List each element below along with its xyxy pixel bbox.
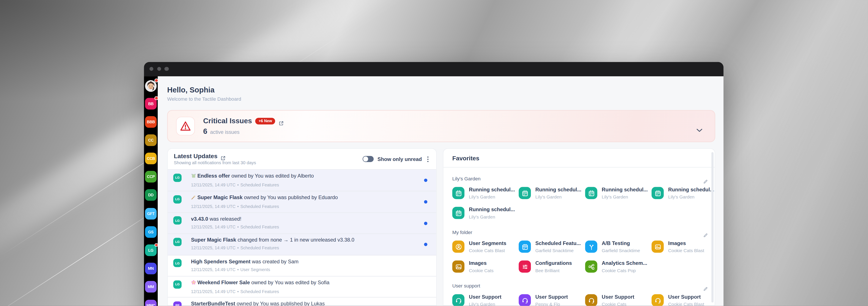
notification-avatar: PF — [173, 301, 181, 306]
workspace-initials: MM — [148, 285, 154, 289]
favorite-item-sublabel: Penny & Flo — [535, 302, 585, 306]
minimize-window-button[interactable] — [157, 67, 161, 71]
scrollbar-thumb[interactable] — [711, 152, 713, 303]
avatar-notification-dot — [154, 78, 158, 82]
chevron-down-icon[interactable] — [696, 124, 702, 128]
sidebar-workspace-cc[interactable]: CC — [145, 134, 157, 146]
edit-pencil-icon[interactable] — [703, 284, 708, 289]
edit-pencil-icon[interactable] — [703, 176, 708, 181]
window-titlebar[interactable] — [144, 62, 723, 76]
favorite-item[interactable]: Analytics Schem... Cookie Cats Pop — [585, 261, 652, 274]
notification-row[interactable]: LG Weekend Flower Sale owned by You was … — [168, 276, 436, 297]
notification-row[interactable]: LG Endless offer owned by You was edited… — [168, 170, 436, 191]
close-window-button[interactable] — [150, 67, 153, 71]
favorite-item[interactable]: Running schedul... Lily's Garden — [652, 187, 718, 200]
notification-meta: 12/11/2025, 14:49 UTC•Scheduled Features — [191, 204, 417, 209]
favorite-item[interactable]: Images Cookie Cats Blast — [652, 241, 718, 254]
favorite-item[interactable]: Running schedul... Lily's Garden — [585, 187, 652, 200]
favorite-item-label: User Segments — [469, 241, 519, 247]
favorite-item-label: User Support — [535, 294, 585, 300]
sidebar-workspace-gft[interactable]: GFT — [145, 208, 157, 219]
workspace-initials: CC — [148, 138, 154, 142]
external-link-icon[interactable] — [220, 153, 226, 159]
favorite-item[interactable]: Running schedul... Lily's Garden — [519, 187, 585, 200]
favorite-item-label: Running schedul... — [602, 187, 652, 193]
external-link-icon[interactable] — [279, 118, 284, 124]
sidebar-workspace-bb[interactable]: BB — [145, 98, 157, 109]
notification-row[interactable]: PF StarterBundleTest owned by You was pu… — [168, 297, 436, 306]
notification-meta: 12/11/2025, 14:49 UTC•User Segments — [191, 267, 417, 272]
favorites-section: Lily's Garden Running schedul... Lily's … — [452, 176, 708, 220]
favorite-item-sublabel: Cookie Cats Blast — [469, 248, 519, 253]
headset-icon — [585, 294, 597, 306]
favorites-grid: User Support Lily's Garden User Support … — [452, 294, 708, 306]
calendar-icon — [585, 187, 597, 199]
favorite-item[interactable]: Images Cookie Cats — [452, 261, 519, 274]
sidebar-workspace-ccp[interactable]: CCP — [145, 171, 157, 183]
sidebar-workspace-mn[interactable]: MN — [145, 263, 157, 274]
sidebar-workspace-lg[interactable]: LG — [145, 244, 157, 256]
latest-updates-panel: Latest Updates Showing all notifications — [167, 148, 437, 306]
favorite-item[interactable]: Scheduled Featu... Garfield Snacktime — [519, 241, 585, 254]
favorites-section-label: User support — [452, 283, 480, 289]
headset-icon — [452, 294, 464, 306]
workspace-list: BB BBB CC CCB CCP DD GFT GS LG MN MM — [145, 98, 157, 306]
critical-issues-title: Critical Issues — [203, 117, 252, 125]
calendar-icon — [452, 207, 464, 219]
notification-row[interactable]: LG Super Magic Flask changed from none →… — [168, 234, 436, 255]
favorite-item[interactable]: User Support Lily's Garden — [452, 294, 519, 306]
favorite-item[interactable]: Configurations Bee Brilliant — [519, 261, 585, 274]
favorite-item-sublabel: Cookie Cats — [469, 268, 519, 273]
maximize-window-button[interactable] — [164, 67, 168, 71]
edit-pencil-icon[interactable] — [703, 230, 708, 235]
sidebar-workspace-ccb[interactable]: CCB — [145, 152, 157, 164]
headset-icon — [652, 294, 664, 306]
sidebar-workspace-bbb[interactable]: BBB — [145, 116, 157, 128]
page-subtitle: Welcome to the Tactile Dashboard — [167, 96, 715, 102]
favorite-item-label: User Support — [668, 294, 718, 300]
sidebar-workspace-gs[interactable]: GS — [145, 226, 157, 238]
critical-issues-card[interactable]: Critical Issues +6 New 6 activ — [167, 110, 715, 142]
show-only-unread-label: Show only unread — [377, 156, 422, 162]
notification-title: v3.43.0 was released! — [191, 216, 417, 223]
favorite-item[interactable]: User Support Cookie Cats — [585, 294, 652, 306]
show-only-unread-toggle[interactable] — [363, 156, 374, 162]
favorite-item-sublabel: Garfield Snacktime — [535, 248, 585, 253]
toggle-knob — [363, 157, 368, 161]
favorite-item-sublabel: Cookie Cats Blast — [668, 248, 718, 253]
favorite-item-sublabel: Cookie Cats Blast — [668, 302, 718, 306]
workspace-initials: MN — [148, 267, 154, 270]
more-options-icon[interactable] — [426, 155, 430, 163]
dashboard-main: Hello, Sophia Welcome to the Tactile Das… — [158, 76, 723, 306]
favorite-item[interactable]: Running schedul... Lily's Garden — [452, 187, 519, 200]
favorite-item-label: Images — [668, 241, 718, 247]
notification-row[interactable]: LG v3.43.0 was released! 12/11/2025, 14:… — [168, 212, 436, 234]
workspace-notification-dot — [154, 96, 158, 100]
schema-icon — [585, 261, 597, 273]
favorite-item[interactable]: User Support Cookie Cats Blast — [652, 294, 718, 306]
active-issues-label: active issues — [210, 129, 240, 135]
emoji-icon — [191, 280, 196, 287]
favorite-item[interactable]: Running schedul... Lily's Garden — [452, 207, 519, 220]
favorites-section: My folder User Segments Cookie Cats Blas… — [452, 230, 708, 274]
sidebar-workspace-dd[interactable]: DD — [145, 190, 157, 201]
calendar-icon — [652, 187, 664, 199]
favorites-section: User support User Support Lily's Garden … — [452, 283, 708, 306]
active-issues-count: 6 — [203, 127, 207, 135]
user-avatar[interactable] — [145, 80, 157, 92]
favorite-item-label: Running schedul... — [668, 187, 718, 193]
notification-title: Endless offer owned by You was edited by… — [191, 173, 417, 180]
warning-triangle-icon — [176, 117, 195, 136]
notification-title: Weekend Flower Sale owned by You was edi… — [191, 280, 417, 287]
favorite-item[interactable]: A/B Testing Garfield Snacktime — [585, 241, 652, 254]
favorite-item-label: User Support — [469, 294, 519, 300]
sidebar-workspace-mm[interactable]: MM — [145, 281, 157, 293]
notification-row[interactable]: LG Super Magic Flask owned by You was pu… — [168, 191, 436, 212]
favorite-item[interactable]: User Segments Cookie Cats Blast — [452, 241, 519, 254]
workspace-initials: DD — [148, 193, 154, 197]
sidebar-workspace-mmc[interactable]: MMC — [145, 300, 157, 306]
workspace-initials: GS — [148, 230, 154, 234]
calendar-icon — [519, 187, 531, 199]
notification-row[interactable]: LG High Spenders Segment was created by … — [168, 255, 436, 276]
favorite-item[interactable]: User Support Penny & Flo — [519, 294, 585, 306]
